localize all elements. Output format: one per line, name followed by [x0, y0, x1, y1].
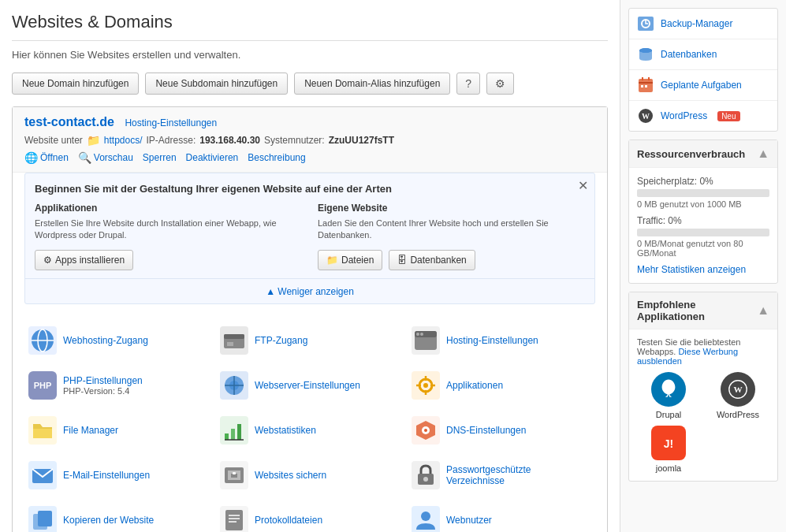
list-item: Webstatistiken	[216, 410, 404, 451]
new-badge: Neu	[717, 111, 739, 121]
domain-actions: 🌐 Öffnen 🔍 Vorschau Sperren Deaktivieren	[24, 151, 595, 164]
svg-rect-5	[227, 342, 233, 346]
svg-rect-36	[225, 510, 243, 530]
list-item: Webhosting-Zugang	[24, 320, 212, 361]
help-button[interactable]: ?	[456, 73, 480, 95]
resources-header: Ressourcenverbrauch ▲	[629, 140, 777, 168]
recommended-header: Empfohlene Applikationen ▲	[629, 292, 777, 329]
apps-col: Applikationen Erstellen Sie Ihre Website…	[35, 203, 302, 270]
svg-point-40	[421, 512, 430, 521]
open-link[interactable]: 🌐 Öffnen	[24, 151, 69, 164]
hosting-link[interactable]: Hosting-Einstellungen	[125, 117, 217, 128]
password-dirs-link[interactable]: Passwortgeschützte Verzeichnisse	[446, 464, 591, 486]
wordpress-app-icon[interactable]: W	[721, 372, 755, 407]
svg-point-8	[416, 333, 419, 336]
svg-rect-22	[237, 424, 241, 440]
email-link[interactable]: E-Mail-Einstellungen	[63, 470, 150, 481]
design-panel-cols: Applikationen Erstellen Sie Ihre Website…	[35, 203, 585, 270]
recommended-collapse-button[interactable]: ▲	[757, 303, 769, 318]
ftp-link[interactable]: FTP-Zugang	[255, 335, 307, 346]
list-item: Webnutzer	[408, 500, 595, 532]
webstats-link[interactable]: Webstatistiken	[255, 425, 316, 436]
recommended-desc: Testen Sie die beliebtesten Webapps. Die…	[637, 337, 769, 366]
page-subtitle: Hier können Sie Websites erstellen und v…	[12, 49, 608, 61]
lock-label: Sperren	[143, 152, 177, 163]
apps-btn-icon: ⚙	[43, 255, 52, 266]
email-icon	[28, 461, 57, 489]
resources-collapse-button[interactable]: ▲	[757, 147, 769, 161]
php-version: PHP-Version: 5.4	[63, 386, 143, 396]
traffic-label: Traffic: 0%	[637, 215, 769, 226]
domain-name-link[interactable]: test-contact.de	[24, 115, 114, 128]
storage-label: Speicherplatz: 0%	[637, 176, 769, 187]
preview-link[interactable]: 🔍 Vorschau	[78, 151, 133, 164]
add-domain-alias-button[interactable]: Neuen Domain-Alias hinzufügen	[294, 73, 450, 95]
drupal-app: Drupal	[637, 372, 700, 419]
copy-site-link[interactable]: Kopieren der Website	[63, 515, 154, 526]
website-under-label: Website unter	[24, 135, 83, 146]
drupal-icon[interactable]	[651, 372, 686, 407]
install-apps-button[interactable]: ⚙ Apps installieren	[35, 250, 133, 270]
backup-manager-link[interactable]: Backup-Manager	[661, 18, 732, 29]
applications-link[interactable]: Applikationen	[446, 380, 503, 391]
svg-rect-4	[224, 334, 244, 339]
wordpress-sidebar-link[interactable]: WordPress	[661, 110, 707, 121]
sidebar-item-wordpress: W WordPress Neu	[629, 101, 777, 131]
resources-title: Ressourcenverbrauch	[637, 148, 745, 160]
apps-grid: Drupal W WordPress J! joomla	[637, 372, 769, 473]
sidebar-quick-links: Backup-Manager Datenbanken Geplante Aufg…	[628, 8, 778, 132]
databases-button[interactable]: 🗄 Datenbanken	[389, 250, 475, 270]
backup-link[interactable]: Websites sichern	[255, 470, 326, 481]
databases-label: Datenbanken	[410, 255, 466, 266]
logs-icon	[220, 506, 248, 532]
wordpress-app-label: WordPress	[717, 410, 759, 419]
dns-link[interactable]: DNS-Einstellungen	[446, 425, 526, 436]
recommended-content: Testen Sie die beliebtesten Webapps. Die…	[629, 329, 777, 481]
description-link[interactable]: Beschreibung	[248, 152, 305, 163]
preview-label: Vorschau	[94, 152, 133, 163]
traffic-progress-bg	[637, 229, 769, 236]
ip-label: IP-Adresse:	[147, 135, 196, 146]
recommended-section: Empfohlene Applikationen ▲ Testen Sie di…	[628, 292, 778, 482]
file-manager-link[interactable]: File Manager	[63, 425, 118, 436]
add-domain-button[interactable]: Neue Domain hinzufügen	[12, 73, 139, 95]
webuser-icon	[412, 506, 440, 532]
close-design-panel-button[interactable]: ✕	[578, 180, 588, 192]
files-button[interactable]: 📁 Dateien	[318, 250, 382, 270]
logs-link[interactable]: Protokolldateien	[255, 515, 322, 526]
joomla-icon[interactable]: J!	[651, 426, 686, 460]
list-item: Kopieren der Website	[24, 500, 212, 532]
scheduled-tasks-link[interactable]: Geplante Aufgaben	[661, 80, 742, 91]
list-item: E-Mail-Einstellungen	[24, 455, 212, 496]
less-btn[interactable]: ▲ Weniger anzeigen	[25, 278, 594, 303]
install-apps-label: Apps installieren	[55, 255, 125, 266]
wordpress-sidebar-icon: W	[637, 107, 654, 125]
add-subdomain-button[interactable]: Neue Subdomain hinzufügen	[145, 73, 288, 95]
apps-icon	[412, 371, 440, 400]
webserver-icon	[220, 371, 248, 400]
svg-point-9	[420, 333, 423, 336]
hosting-settings-link[interactable]: Hosting-Einstellungen	[446, 335, 538, 346]
settings-button[interactable]: ⚙	[486, 73, 514, 95]
webserver-link[interactable]: Webserver-Einstellungen	[255, 380, 360, 391]
page-title: Websites & Domains	[12, 12, 608, 41]
svg-text:W: W	[642, 112, 650, 121]
deactivate-link[interactable]: Deaktivieren	[186, 152, 239, 163]
more-stats-link[interactable]: Mehr Statistiken anzeigen	[637, 264, 769, 275]
svg-point-44	[639, 48, 652, 53]
webhosting-link[interactable]: Webhosting-Zugang	[63, 335, 148, 346]
webuser-link[interactable]: Webnutzer	[446, 515, 492, 526]
joomla-label: joomla	[656, 463, 681, 473]
description-label: Beschreibung	[248, 152, 305, 163]
sidebar-item-databases: Datenbanken	[629, 39, 777, 70]
svg-rect-49	[641, 85, 643, 87]
php-icon: PHP	[28, 371, 57, 400]
traffic-info: 0 MB/Monat genutzt von 80 GB/Monat	[637, 239, 769, 258]
php-link[interactable]: PHP-Einstellungen PHP-Version: 5.4	[63, 375, 143, 396]
folder-icon: 📁	[87, 134, 100, 147]
databases-sidebar-link[interactable]: Datenbanken	[661, 49, 717, 60]
lock-link[interactable]: Sperren	[143, 152, 177, 163]
domain-header: test-contact.de Hosting-Einstellungen We…	[13, 107, 607, 173]
less-btn-link[interactable]: ▲ Weniger anzeigen	[266, 286, 354, 297]
httpdocs-link[interactable]: httpdocs/	[104, 135, 143, 146]
